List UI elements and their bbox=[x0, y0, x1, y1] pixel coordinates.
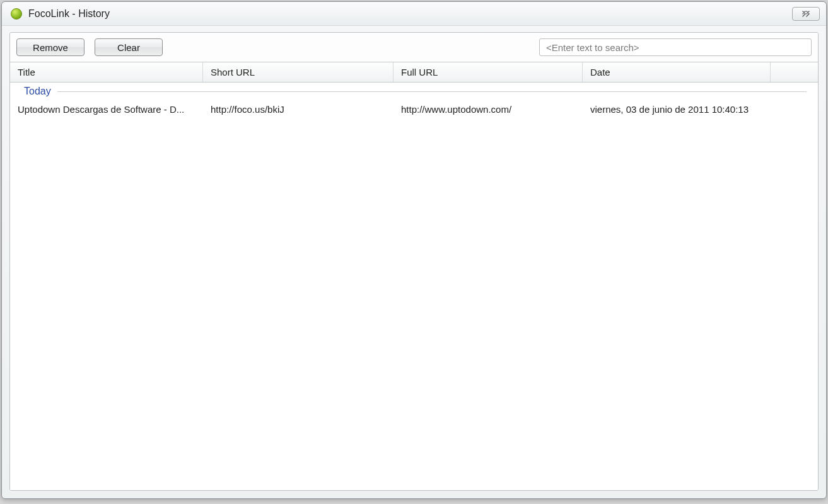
table-row[interactable]: Uptodown Descargas de Software - D... ht… bbox=[10, 100, 818, 118]
column-header-title[interactable]: Title bbox=[10, 62, 203, 82]
group-header[interactable]: Today bbox=[10, 83, 818, 100]
grid-body[interactable]: Today Uptodown Descargas de Software - D… bbox=[10, 83, 818, 490]
cell-full-url: http://www.uptodown.com/ bbox=[394, 104, 583, 115]
close-icon bbox=[802, 11, 810, 17]
titlebar[interactable]: FocoLink - History bbox=[2, 2, 826, 26]
column-headers: Title Short URL Full URL Date bbox=[10, 62, 818, 83]
client-area: Remove Clear Title Short URL Full URL Da… bbox=[9, 32, 819, 491]
group-label: Today bbox=[24, 86, 57, 97]
cell-title: Uptodown Descargas de Software - D... bbox=[10, 104, 203, 115]
column-header-extra[interactable] bbox=[771, 62, 818, 82]
history-grid: Title Short URL Full URL Date Today Upto… bbox=[10, 62, 818, 490]
cell-date: viernes, 03 de junio de 2011 10:40:13 bbox=[583, 104, 771, 115]
app-window: FocoLink - History Remove Clear Title Sh… bbox=[1, 1, 827, 499]
group-line bbox=[57, 91, 807, 92]
column-header-full-url[interactable]: Full URL bbox=[394, 62, 583, 82]
toolbar: Remove Clear bbox=[10, 33, 818, 62]
cell-short-url: http://foco.us/bkiJ bbox=[203, 104, 394, 115]
window-title: FocoLink - History bbox=[28, 8, 110, 20]
app-icon bbox=[11, 8, 22, 20]
column-header-short-url[interactable]: Short URL bbox=[203, 62, 394, 82]
column-header-date[interactable]: Date bbox=[583, 62, 771, 82]
search-input[interactable] bbox=[539, 38, 812, 56]
remove-button[interactable]: Remove bbox=[16, 38, 85, 56]
close-button[interactable] bbox=[792, 7, 820, 21]
clear-button[interactable]: Clear bbox=[95, 38, 163, 56]
